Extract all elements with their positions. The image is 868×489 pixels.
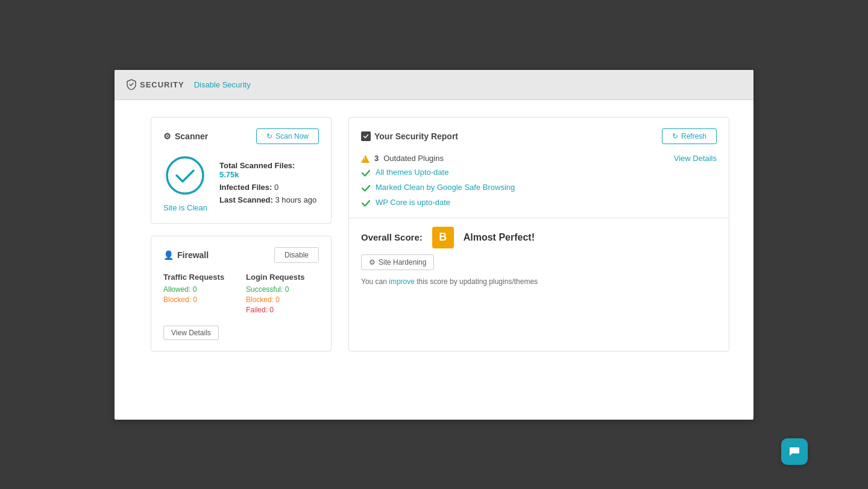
- report-item-themes: All themes Upto-date: [361, 168, 717, 178]
- chat-icon: [788, 445, 801, 458]
- firewall-view-details: View Details: [163, 323, 319, 340]
- firewall-header: 👤 Firewall Disable: [163, 247, 319, 263]
- firewall-view-details-button[interactable]: View Details: [163, 326, 219, 340]
- view-details-link[interactable]: View Details: [674, 154, 717, 163]
- report-item-google: Marked Clean by Google Safe Browsing: [361, 183, 717, 193]
- shield-icon: [127, 79, 136, 90]
- report-item-wpcore: WP Core is upto-date: [361, 198, 717, 208]
- main-container: SECURITY Disable Security ⚙ Scanner ↻ Sc…: [115, 70, 753, 420]
- firewall-stats-row: Traffic Requests Allowed: 0 Blocked: 0 L…: [163, 273, 319, 316]
- firewall-title: 👤 Firewall: [163, 250, 209, 260]
- scan-now-button[interactable]: ↻ Scan Now: [256, 128, 319, 144]
- report-items: ! 3 Outdated Plugins View Details All th…: [361, 154, 717, 208]
- warning-triangle-icon: !: [361, 155, 370, 163]
- gear-icon-hardening: ⚙: [369, 258, 376, 267]
- login-blocked: Blocked: 0: [246, 295, 319, 304]
- traffic-allowed: Allowed: 0: [163, 285, 236, 294]
- grade-badge: B: [432, 227, 454, 248]
- report-item-outdated-plugins: ! 3 Outdated Plugins View Details: [361, 154, 717, 163]
- firewall-user-icon: 👤: [163, 250, 174, 260]
- right-column: Your Security Report ↻ Refresh !: [348, 117, 729, 352]
- firewall-disable-button[interactable]: Disable: [274, 247, 319, 263]
- content-area: ⚙ Scanner ↻ Scan Now Site is Clean: [115, 100, 753, 368]
- site-hardening-row: ⚙ Site Hardening: [361, 254, 717, 270]
- wpcore-text: WP Core is upto-date: [376, 198, 450, 207]
- scanner-stats: Total Scanned Files: 5.75k Infected File…: [219, 161, 316, 204]
- scanner-body: Site is Clean Total Scanned Files: 5.75k…: [163, 154, 319, 212]
- grade-text: Almost Perfect!: [464, 232, 535, 243]
- traffic-blocked: Blocked: 0: [163, 295, 236, 304]
- themes-text: All themes Upto-date: [376, 168, 448, 177]
- total-scanned-stat: Total Scanned Files: 5.75k: [219, 161, 316, 179]
- refresh-small-icon: ↻: [266, 132, 272, 140]
- overall-score-row: Overall Score: B Almost Perfect!: [361, 227, 717, 248]
- report-header: Your Security Report ↻ Refresh: [361, 128, 717, 144]
- login-requests-col: Login Requests Successful: 0 Blocked: 0 …: [246, 273, 319, 316]
- security-report-card: Your Security Report ↻ Refresh !: [348, 117, 729, 352]
- scanner-title: ⚙ Scanner: [163, 131, 208, 141]
- top-bar-title: SECURITY: [127, 79, 184, 90]
- refresh-icon: ↻: [672, 132, 678, 140]
- login-successful: Successful: 0: [246, 285, 319, 294]
- disable-security-link[interactable]: Disable Security: [194, 80, 251, 89]
- site-clean-label: Site is Clean: [163, 203, 207, 212]
- overall-score-label: Overall Score:: [361, 232, 423, 242]
- report-check-icon: [361, 131, 371, 141]
- improve-link[interactable]: improve: [389, 277, 415, 286]
- scanner-header: ⚙ Scanner ↻ Scan Now: [163, 128, 319, 144]
- report-title: Your Security Report: [361, 131, 458, 141]
- traffic-requests-col: Traffic Requests Allowed: 0 Blocked: 0: [163, 273, 236, 316]
- outdated-text: Outdated Plugins: [383, 154, 444, 163]
- scanner-card: ⚙ Scanner ↻ Scan Now Site is Clean: [151, 117, 332, 224]
- check-icon-google: [361, 183, 371, 193]
- scanner-check-circle: [163, 154, 207, 197]
- check-icon-wpcore: [361, 198, 371, 208]
- score-note: You can improve this score by updating p…: [361, 277, 717, 286]
- infected-stat: Infected Files: 0: [219, 183, 316, 192]
- login-failed: Failed: 0: [246, 306, 319, 314]
- overall-score-section: Overall Score: B Almost Perfect! ⚙ Site …: [361, 218, 717, 295]
- scanner-circle-area: Site is Clean: [163, 154, 207, 212]
- firewall-card: 👤 Firewall Disable Traffic Requests Allo…: [151, 236, 332, 352]
- chat-bubble[interactable]: [781, 438, 808, 465]
- left-column: ⚙ Scanner ↻ Scan Now Site is Clean: [151, 117, 332, 352]
- site-hardening-button[interactable]: ⚙ Site Hardening: [361, 254, 434, 270]
- refresh-button[interactable]: ↻ Refresh: [662, 128, 717, 144]
- scanner-gear-icon: ⚙: [163, 131, 171, 141]
- top-bar: SECURITY Disable Security: [115, 70, 753, 100]
- last-scanned-stat: Last Scanned: 3 hours ago: [219, 195, 316, 204]
- check-icon-themes: [361, 168, 371, 178]
- google-text: Marked Clean by Google Safe Browsing: [376, 183, 515, 192]
- svg-point-0: [167, 157, 203, 194]
- outdated-count: 3: [374, 154, 379, 163]
